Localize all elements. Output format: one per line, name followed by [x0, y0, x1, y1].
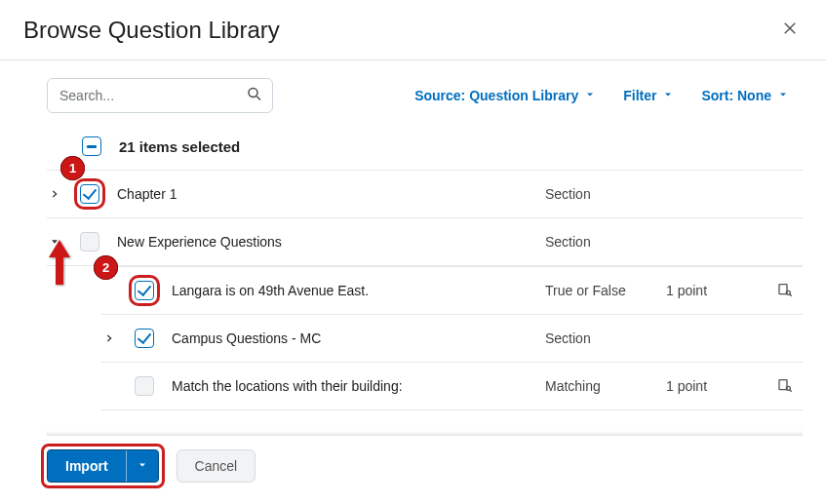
svg-line-6	[790, 294, 792, 296]
row-type: Matching	[545, 378, 666, 394]
dialog-header: Browse Question Library	[0, 0, 826, 60]
collapse-toggle[interactable]	[47, 237, 62, 247]
nested-list: Langara is on 49th Avenue East. True or …	[101, 266, 803, 410]
row-title: New Experience Questions	[117, 234, 282, 250]
chevron-down-icon	[777, 88, 789, 103]
row-checkbox-campus[interactable]	[135, 329, 154, 348]
cancel-button[interactable]: Cancel	[177, 449, 256, 483]
question-list: Chapter 1 Section New Experience Questio…	[47, 170, 803, 410]
svg-line-9	[790, 390, 792, 392]
row-type: Section	[545, 330, 666, 346]
source-dropdown-label: Source: Question Library	[414, 88, 578, 103]
row-type: True or False	[545, 283, 666, 298]
sort-dropdown-label: Sort: None	[701, 88, 771, 103]
row-type: Section	[545, 234, 666, 250]
search-field-wrap	[47, 78, 273, 113]
source-dropdown[interactable]: Source: Question Library	[414, 86, 596, 105]
expand-toggle[interactable]	[47, 189, 62, 199]
row-title: Chapter 1	[117, 186, 177, 202]
row-checkbox-newexp[interactable]	[80, 232, 99, 252]
search-input[interactable]	[47, 78, 273, 113]
import-split-button: Import	[47, 449, 159, 483]
dialog-title: Browse Question Library	[23, 17, 280, 44]
chevron-down-icon	[137, 459, 148, 474]
chevron-down-icon	[662, 88, 674, 103]
annotation-badge-2: 2	[94, 255, 118, 280]
row-points: 1 point	[666, 283, 764, 298]
cancel-button-label: Cancel	[195, 458, 238, 474]
svg-point-8	[786, 386, 790, 390]
dialog-footer: Import Cancel	[0, 436, 826, 502]
import-button-label: Import	[65, 458, 108, 474]
row-newexp: New Experience Questions Section	[47, 218, 803, 266]
row-checkbox-match[interactable]	[135, 376, 154, 396]
selection-summary-text: 21 items selected	[119, 138, 240, 155]
import-button-dropdown[interactable]	[126, 450, 158, 482]
filter-bar: Source: Question Library Filter Sort: No…	[414, 86, 789, 105]
import-button-highlight: Import	[47, 449, 159, 483]
row-match: Match the locations with their building:…	[101, 363, 803, 410]
toolbar: Source: Question Library Filter Sort: No…	[47, 78, 803, 113]
row-points: 1 point	[666, 378, 764, 394]
preview-icon[interactable]	[777, 380, 793, 396]
import-button[interactable]: Import	[48, 450, 126, 482]
svg-point-5	[786, 291, 790, 294]
filter-dropdown-label: Filter	[623, 88, 656, 103]
selection-summary-row: 21 items selected	[47, 133, 803, 170]
row-type: Section	[545, 186, 666, 202]
row-title: Match the locations with their building:	[172, 378, 403, 394]
close-icon	[781, 25, 799, 40]
row-checkbox-langara[interactable]	[135, 281, 154, 300]
row-title: Campus Questions - MC	[172, 330, 321, 346]
sort-dropdown[interactable]: Sort: None	[701, 86, 789, 105]
annotation-badge-1: 1	[60, 156, 85, 180]
row-checkbox-chapter1[interactable]	[80, 184, 99, 204]
filter-dropdown[interactable]: Filter	[623, 86, 674, 105]
expand-toggle[interactable]	[101, 333, 117, 343]
chevron-down-icon	[584, 88, 596, 103]
row-chapter1: Chapter 1 Section	[47, 171, 803, 218]
row-campus: Campus Questions - MC Section	[101, 315, 803, 363]
preview-icon[interactable]	[777, 285, 793, 300]
row-langara: Langara is on 49th Avenue East. True or …	[101, 267, 803, 315]
row-title: Langara is on 49th Avenue East.	[172, 283, 369, 298]
footer-divider	[47, 428, 803, 436]
close-button[interactable]	[777, 16, 803, 44]
select-all-checkbox-indeterminate[interactable]	[82, 136, 101, 156]
